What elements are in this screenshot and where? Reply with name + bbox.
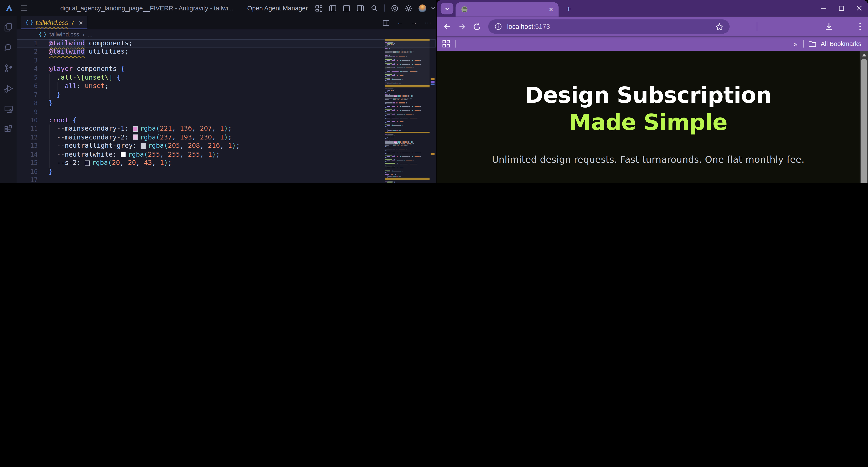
landing-page-content: Design Subscription Made Simple Unlimite…	[437, 51, 860, 183]
divider	[803, 40, 804, 48]
source-control-icon[interactable]	[3, 63, 13, 73]
code-line: 14 --neutralwhite: rgba(255, 255, 255, 1…	[17, 150, 436, 159]
hero-line-1: Design Subscription	[437, 82, 860, 109]
breadcrumb-more[interactable]: ...	[88, 31, 92, 38]
explorer-icon[interactable]	[3, 22, 13, 33]
customize-layout-icon[interactable]	[315, 4, 323, 12]
antigravity-logo-icon	[5, 4, 13, 12]
code-line: 7 }	[17, 91, 436, 99]
code-line: 12 --mainsecondary-2: rgba(237, 193, 230…	[17, 133, 436, 142]
gear-icon[interactable]	[405, 4, 412, 12]
browser-window: ✕ + localhost:5173	[437, 0, 868, 183]
activity-bar	[0, 16, 17, 183]
tab-tailwind-css[interactable]: { } tailwind.css 7 ✕	[21, 16, 88, 29]
color-swatch[interactable]	[121, 152, 126, 157]
tab-search-chevron-button[interactable]	[441, 3, 454, 14]
minimap[interactable]	[385, 39, 430, 183]
run-debug-icon[interactable]	[3, 84, 13, 94]
site-info-icon[interactable]	[494, 23, 502, 31]
color-swatch[interactable]	[141, 143, 146, 149]
tab-close-icon[interactable]: ✕	[79, 20, 83, 26]
page-scrollbar[interactable]	[860, 51, 868, 183]
navigate-back-icon[interactable]: ←	[397, 19, 404, 27]
folder-icon	[808, 40, 816, 47]
css-file-icon: { }	[39, 31, 46, 37]
bookmarks-overflow-chevrons[interactable]: »	[793, 39, 797, 48]
search-icon[interactable]	[370, 4, 378, 12]
browser-menu-kebab-icon[interactable]	[859, 22, 861, 31]
browser-tab-close-icon[interactable]: ✕	[549, 6, 554, 13]
chevron-down-icon[interactable]	[431, 6, 436, 11]
search-sidebar-icon[interactable]	[3, 42, 13, 53]
reload-button[interactable]	[473, 22, 481, 31]
code-line: 3	[17, 56, 436, 65]
code-line: 5 .all-\[unset\] {	[17, 73, 436, 82]
menu-icon[interactable]	[21, 5, 27, 10]
overview-ruler	[430, 39, 436, 183]
all-bookmarks-button[interactable]: All Bookmarks	[821, 40, 862, 47]
toggle-sidebar-icon[interactable]	[329, 4, 337, 12]
tab-warning-count: 7	[71, 19, 74, 26]
open-agent-manager-button[interactable]: Open Agent Manager	[247, 5, 308, 11]
avatar[interactable]	[418, 4, 426, 12]
hero-heading: Design Subscription Made Simple	[437, 82, 860, 136]
code-line: 9	[17, 108, 436, 116]
code-lines: 1@tailwind components;2@tailwind utiliti…	[17, 39, 436, 183]
remote-explorer-icon[interactable]	[3, 104, 13, 114]
apps-grid-icon[interactable]	[442, 40, 450, 48]
bookmark-star-icon[interactable]	[715, 22, 723, 31]
downloads-button[interactable]	[824, 22, 834, 31]
screen: digital_agency_landing_page__FIVERR - An…	[0, 0, 868, 183]
new-tab-button[interactable]: +	[566, 0, 571, 17]
browser-maximize-button[interactable]	[833, 0, 850, 17]
web-page: Design Subscription Made Simple Unlimite…	[437, 51, 868, 183]
css-file-icon: { }	[25, 20, 33, 26]
scrollbar-thumb[interactable]	[861, 59, 867, 183]
breadcrumb-file[interactable]: tailwind.css	[50, 31, 79, 38]
split-editor-icon[interactable]	[382, 19, 390, 26]
toggle-panel-icon[interactable]	[343, 4, 350, 12]
divider	[455, 40, 456, 48]
toggle-secondary-sidebar-icon[interactable]	[356, 4, 364, 12]
editor-tabbar: { } tailwind.css 7 ✕ ← → ···	[17, 16, 436, 29]
code-editor[interactable]: 1@tailwind components;2@tailwind utiliti…	[17, 39, 436, 183]
color-swatch[interactable]	[133, 126, 138, 132]
tab-filename: tailwind.css	[36, 19, 68, 26]
code-line: 4@layer components {	[17, 65, 436, 73]
code-line: 8}	[17, 99, 436, 108]
forward-button[interactable]	[458, 22, 467, 31]
browser-preview-icon[interactable]	[391, 4, 399, 12]
url-bar[interactable]: localhost:5173	[488, 19, 730, 34]
hero-subtitle: Unlimited design requests. Fast turnarou…	[437, 155, 860, 165]
code-line: 17	[17, 176, 436, 183]
code-line: 10:root {	[17, 116, 436, 125]
hero-line-2: Made Simple	[437, 109, 860, 136]
extensions-icon[interactable]	[3, 125, 13, 135]
editor-titlebar: digital_agency_landing_page__FIVERR - An…	[0, 0, 436, 16]
browser-tabstrip: ✕ +	[437, 0, 868, 17]
code-line: 2@tailwind utilities;	[17, 48, 436, 56]
bookmarks-bar: » All Bookmarks	[437, 36, 868, 51]
color-swatch[interactable]	[133, 135, 138, 140]
browser-tab[interactable]: ✕	[456, 2, 558, 16]
browser-close-button[interactable]	[850, 0, 868, 17]
url-text[interactable]: localhost:5173	[507, 23, 550, 31]
toolbar-divider	[757, 22, 757, 31]
code-line: 11 --mainsecondary-1: rgba(221, 136, 207…	[17, 125, 436, 133]
code-line: 6 all: unset;	[17, 82, 436, 91]
scroll-up-arrow-icon[interactable]	[862, 54, 866, 56]
browser-minimize-button[interactable]	[815, 0, 833, 17]
back-button[interactable]	[443, 22, 452, 31]
window-title: digital_agency_landing_page__FIVERR - An…	[60, 5, 233, 11]
more-actions-icon[interactable]: ···	[425, 19, 431, 27]
code-line: 15 --s-2: rgba(20, 20, 43, 1);	[17, 159, 436, 167]
code-line: 1@tailwind components;	[17, 39, 436, 48]
breadcrumb[interactable]: { } tailwind.css › ...	[17, 29, 436, 39]
navigate-forward-icon[interactable]: →	[411, 19, 417, 27]
editor-window: digital_agency_landing_page__FIVERR - An…	[0, 0, 436, 183]
browser-toolbar: localhost:5173	[437, 17, 868, 37]
code-line: 13 --neutrallight-grey: rgba(205, 208, 2…	[17, 142, 436, 150]
code-line: 16}	[17, 167, 436, 176]
globe-favicon	[461, 6, 468, 13]
color-swatch[interactable]	[85, 160, 90, 166]
